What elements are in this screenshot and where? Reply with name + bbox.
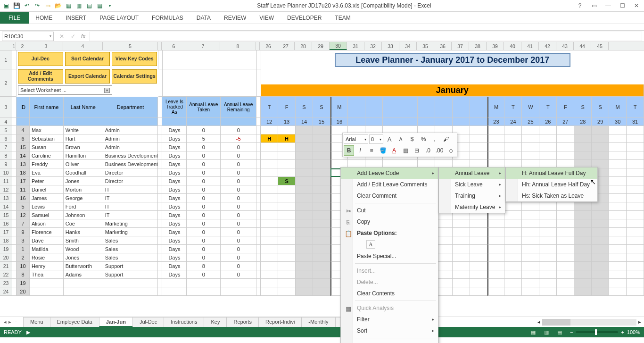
cell[interactable]: [609, 134, 627, 143]
cell[interactable]: [158, 97, 162, 117]
cell[interactable]: [313, 253, 330, 262]
qat-icon-2[interactable]: ▥: [74, 1, 83, 10]
cell[interactable]: [158, 160, 162, 168]
cell[interactable]: [627, 168, 644, 177]
cell[interactable]: [557, 143, 574, 151]
context-submenu-leave-code[interactable]: H: Annual Leave Full DayHh: Annual Leave…: [505, 167, 598, 202]
cell[interactable]: [400, 117, 418, 126]
cell[interactable]: Leave Is Tracked As: [162, 97, 187, 117]
cell[interactable]: [487, 151, 505, 160]
col-hdr[interactable]: 6: [162, 42, 186, 50]
cell[interactable]: Samuel: [30, 211, 64, 219]
cell[interactable]: [627, 151, 644, 160]
cell[interactable]: Days: [162, 194, 187, 202]
fill-color-icon[interactable]: 🪣: [378, 145, 388, 156]
cell[interactable]: [64, 287, 103, 296]
cell[interactable]: [12, 151, 17, 160]
cell[interactable]: [261, 219, 278, 228]
tab-page-layout[interactable]: PAGE LAYOUT: [93, 12, 145, 24]
row-header[interactable]: 9: [0, 160, 12, 168]
cell[interactable]: [609, 228, 627, 236]
cell[interactable]: Days: [162, 151, 187, 160]
qat-icon-3[interactable]: ▤: [85, 1, 93, 10]
cell[interactable]: [30, 287, 64, 296]
cell[interactable]: Matilda: [30, 245, 64, 253]
cell[interactable]: [12, 160, 17, 168]
cell[interactable]: [256, 185, 261, 194]
col-hdr[interactable]: 40: [504, 42, 521, 50]
cell[interactable]: 0: [221, 245, 256, 253]
cell[interactable]: [539, 211, 557, 219]
cell[interactable]: [163, 69, 257, 97]
cell[interactable]: [256, 194, 261, 202]
cell[interactable]: [470, 97, 487, 117]
cell[interactable]: [187, 117, 221, 126]
cell[interactable]: 0: [187, 185, 221, 194]
cell[interactable]: Daniel: [30, 185, 64, 194]
cell[interactable]: [627, 236, 644, 245]
cell[interactable]: [278, 160, 296, 168]
cell[interactable]: 0: [187, 202, 221, 211]
cell[interactable]: [163, 50, 257, 69]
cell[interactable]: [504, 287, 522, 296]
cell[interactable]: [261, 185, 278, 194]
cell[interactable]: Coe: [64, 219, 103, 228]
cell[interactable]: [158, 279, 162, 287]
cell[interactable]: [296, 228, 313, 236]
cell[interactable]: [487, 228, 505, 236]
cell[interactable]: [470, 151, 487, 160]
qat-dropdown-icon[interactable]: ▾: [106, 1, 114, 10]
cell[interactable]: [609, 160, 627, 168]
cell[interactable]: [12, 117, 17, 126]
cell[interactable]: Director: [103, 168, 158, 177]
qat-icon-1[interactable]: ▦: [64, 1, 73, 10]
tab-developer[interactable]: DEVELOPER: [281, 12, 328, 24]
cell[interactable]: IT: [103, 194, 158, 202]
cell[interactable]: [158, 134, 162, 143]
col-hdr[interactable]: 4: [63, 42, 103, 50]
context-menu-item[interactable]: Paste Options:📋: [341, 227, 438, 239]
sheet-tab[interactable]: Jan-Jun: [99, 317, 133, 327]
context-menu-item[interactable]: Format Cells...▤: [341, 340, 438, 343]
cell[interactable]: -5: [221, 134, 256, 143]
cell[interactable]: Brown: [64, 143, 103, 151]
row-header[interactable]: 20: [0, 253, 12, 262]
cell[interactable]: 0: [221, 236, 256, 245]
cell[interactable]: [12, 69, 17, 97]
cell[interactable]: [539, 202, 557, 211]
cell[interactable]: [487, 287, 505, 296]
row-header[interactable]: 19: [0, 245, 12, 253]
cell[interactable]: [435, 117, 453, 126]
cell[interactable]: Florence: [30, 228, 64, 236]
context-menu-item[interactable]: H: Annual Leave Full Day: [506, 167, 597, 179]
cell[interactable]: W: [522, 97, 539, 117]
cell[interactable]: [539, 143, 557, 151]
view-page-break-icon[interactable]: ▤: [553, 328, 566, 336]
col-hdr[interactable]: 32: [364, 42, 382, 50]
col-hdr[interactable]: 43: [556, 42, 574, 50]
cell[interactable]: [504, 151, 522, 160]
cell[interactable]: S: [592, 97, 609, 117]
row-header[interactable]: 15: [0, 211, 12, 219]
cell[interactable]: [158, 126, 162, 134]
cell[interactable]: Annual Leave Remaining: [221, 97, 256, 117]
cell[interactable]: [383, 97, 400, 117]
cell[interactable]: [261, 194, 278, 202]
cell[interactable]: [470, 245, 487, 253]
context-menu-item[interactable]: Add / Edit Leave Comments: [341, 179, 438, 190]
cell[interactable]: [557, 253, 574, 262]
cell[interactable]: [256, 168, 261, 177]
new-icon[interactable]: ▭: [43, 1, 52, 10]
cell[interactable]: [257, 69, 261, 97]
cell[interactable]: T: [539, 97, 557, 117]
cell[interactable]: [158, 143, 162, 151]
cell[interactable]: [261, 151, 278, 160]
cell[interactable]: [158, 117, 162, 126]
bold-button[interactable]: B: [344, 145, 354, 156]
cell[interactable]: Susan: [30, 143, 64, 151]
cell[interactable]: [158, 219, 162, 228]
cell[interactable]: 23: [487, 117, 505, 126]
cell[interactable]: [158, 185, 162, 194]
cell[interactable]: 11: [17, 185, 30, 194]
formula-input[interactable]: [89, 32, 642, 41]
